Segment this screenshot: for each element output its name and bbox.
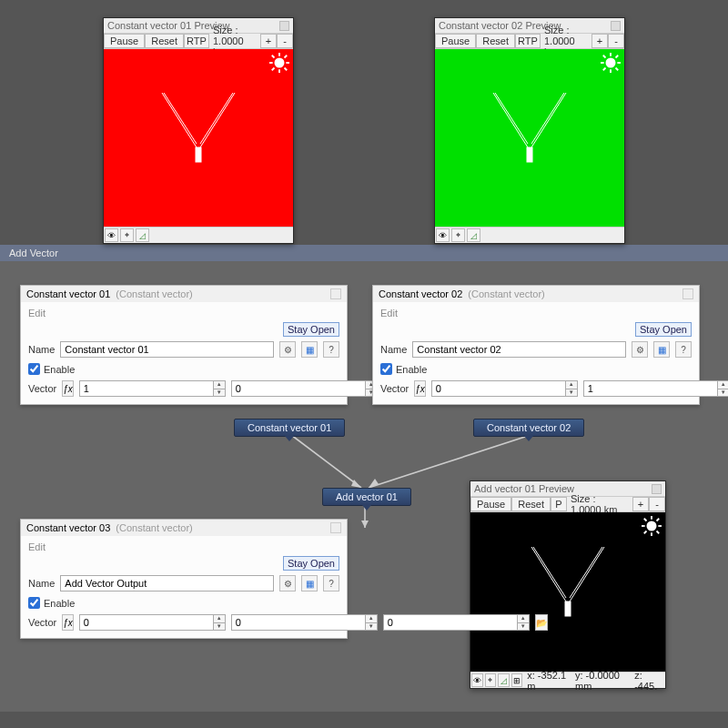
help-icon[interactable]: ? [675,341,692,358]
close-icon[interactable] [279,21,289,31]
panel-header[interactable]: Constant vector 02 (Constant vector) [373,286,699,302]
grid-icon[interactable]: ▦ [653,341,670,358]
edit-menu[interactable]: Edit [373,302,699,320]
preview-window-2[interactable]: Constant vector 02 Preview Pause Reset R… [434,17,625,244]
reset-button[interactable]: Reset [511,497,551,511]
pause-button[interactable]: Pause [104,34,145,48]
panel-header[interactable]: Constant vector 01 (Constant vector) [21,286,347,302]
eye-icon[interactable]: 👁 [105,228,118,242]
gear-icon[interactable]: ⚙︎ [632,341,648,358]
enable-checkbox[interactable] [28,597,40,609]
section-header: Add Vector [0,245,728,261]
preview-titlebar[interactable]: Add vector 01 Preview [470,481,665,496]
svg-point-25 [606,58,616,68]
node-add-vector-01[interactable]: Add vector 01 [322,488,411,506]
edit-menu[interactable]: Edit [21,302,347,320]
folder-icon[interactable]: 📂 [535,614,548,631]
pause-button[interactable]: Pause [435,34,476,48]
preview-canvas[interactable] [435,49,624,227]
gear-icon[interactable]: ⚙︎ [279,341,296,358]
target-icon[interactable]: ⌖ [120,228,134,242]
close-icon[interactable] [652,484,662,494]
gear-icon[interactable]: ⚙︎ [279,575,296,592]
target-icon[interactable]: ⌖ [451,228,465,242]
zoom-out-button[interactable]: - [608,34,624,48]
preview-window-3[interactable]: Add vector 01 Preview Pause Reset P Size… [470,480,666,689]
node-output-port[interactable] [524,436,533,441]
name-field[interactable] [60,341,274,358]
node-output-port[interactable] [285,436,294,441]
vector-y-field[interactable]: ▲▼ [231,614,378,631]
vector-y-field[interactable]: ▲▼ [231,380,378,397]
panel-constant-vector-01[interactable]: Constant vector 01 (Constant vector) Edi… [20,285,348,405]
name-label: Name [28,344,55,355]
close-icon[interactable] [330,522,341,533]
rtp-button[interactable]: RTP [184,34,209,48]
enable-checkbox[interactable] [380,363,392,375]
zoom-in-button[interactable]: + [632,497,649,511]
preview-titlebar[interactable]: Constant vector 02 Preview [435,18,624,33]
name-field[interactable] [412,341,626,358]
svg-line-37 [570,547,602,598]
svg-line-45 [657,531,660,534]
svg-line-44 [644,519,647,521]
close-icon[interactable] [682,288,693,299]
target-icon[interactable]: ⌖ [485,673,497,687]
vector-x-field[interactable]: ▲▼ [79,380,226,397]
reset-button[interactable]: Reset [476,34,515,48]
rtp-button[interactable]: P [551,497,567,511]
stay-open-button[interactable]: Stay Open [283,322,339,337]
vector-z-field[interactable]: ▲▼ [383,614,530,631]
preview-canvas[interactable] [470,512,665,672]
zoom-in-button[interactable]: + [260,34,277,48]
grid-icon[interactable]: ⊞ [511,673,523,687]
panel-constant-vector-03[interactable]: Constant vector 03 (Constant vector) Edi… [20,519,348,639]
leaf-icon[interactable]: ◿ [467,228,480,242]
vector-y-field[interactable]: ▲▼ [583,380,728,397]
name-label: Name [28,578,55,589]
vector-x-field[interactable]: ▲▼ [431,380,578,397]
close-icon[interactable] [330,288,341,299]
sun-icon [642,516,662,536]
preview-window-1[interactable]: Constant vector 01 Preview Pause Reset R… [103,17,294,244]
stay-open-button[interactable]: Stay Open [283,556,339,571]
pause-button[interactable]: Pause [470,497,511,511]
node-output-port[interactable] [362,505,371,511]
fx-icon[interactable]: ƒx [62,380,74,397]
svg-line-6 [162,93,197,147]
svg-line-17 [285,68,288,71]
grid-icon[interactable]: ▦ [301,575,318,592]
panel-constant-vector-02[interactable]: Constant vector 02 (Constant vector) Edi… [372,285,700,405]
help-icon[interactable]: ? [323,341,339,358]
stay-open-button[interactable]: Stay Open [635,322,692,337]
help-icon[interactable]: ? [323,575,339,592]
leaf-icon[interactable]: ◿ [498,673,510,687]
zoom-out-button[interactable]: - [277,34,293,48]
coord-x: x: -352.1 m [524,670,571,692]
eye-icon[interactable]: 👁 [471,673,483,687]
enable-checkbox[interactable] [28,363,40,375]
vector-label: Vector [380,383,409,394]
leaf-icon[interactable]: ◿ [136,228,149,242]
vector-x-field[interactable]: ▲▼ [79,614,226,631]
zoom-out-button[interactable]: - [649,497,665,511]
svg-line-19 [272,68,275,71]
preview-canvas[interactable] [104,49,293,227]
preview-toolbar: Pause Reset RTP Size : 1.0000 km + - [435,33,624,49]
reset-button[interactable]: Reset [145,34,184,48]
eye-icon[interactable]: 👁 [436,228,450,242]
fx-icon[interactable]: ƒx [414,380,426,397]
edit-menu[interactable]: Edit [21,536,347,554]
preview-titlebar[interactable]: Constant vector 01 Preview [104,18,293,33]
zoom-in-button[interactable]: + [592,34,608,48]
node-constant-vector-01[interactable]: Constant vector 01 [234,419,345,437]
name-field[interactable] [60,575,274,592]
svg-line-33 [603,68,606,71]
panel-header[interactable]: Constant vector 03 (Constant vector) [21,520,347,536]
svg-line-31 [616,68,619,71]
rtp-button[interactable]: RTP [515,34,541,48]
close-icon[interactable] [611,21,621,31]
node-constant-vector-02[interactable]: Constant vector 02 [473,419,584,437]
fx-icon[interactable]: ƒx [62,614,74,631]
grid-icon[interactable]: ▦ [301,341,318,358]
